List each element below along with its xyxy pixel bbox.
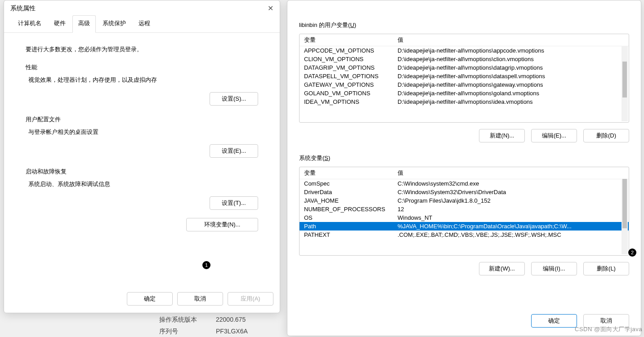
var-value-cell: D:\ideapejie\ja-netfilter-all\vmoptions\…: [397, 73, 629, 80]
table-row[interactable]: CLION_VM_OPTIONSD:\ideapejie\ja-netfilte…: [300, 55, 629, 63]
var-value-cell: %JAVA_HOME%\bin;C:\ProgramData\Oracle\Ja…: [397, 223, 629, 230]
user-delete-button[interactable]: 删除(D): [583, 129, 629, 142]
user-title-u: U: [350, 22, 354, 28]
perf-title: 性能: [26, 63, 269, 71]
dialog-title: 系统属性: [10, 4, 36, 13]
user-title-pre: libinbin 的用户变量(: [299, 22, 350, 28]
var-value-cell: Windows_NT: [397, 214, 629, 221]
sys-title-u: S: [324, 155, 328, 161]
ok-button[interactable]: 确定: [127, 292, 173, 306]
var-name-cell: DriverData: [300, 189, 397, 195]
var-value-cell: .COM;.EXE;.BAT;.CMD;.VBS;.VBE;.JS;.JSE;.…: [397, 231, 629, 238]
env-ok-button[interactable]: 确定: [531, 314, 577, 328]
var-value-cell: D:\ideapejie\ja-netfilter-all\vmoptions\…: [397, 90, 629, 97]
table-row[interactable]: JAVA_HOMEC:\Program Files\Java\jdk1.8.0_…: [300, 196, 629, 205]
system-vars-title: 系统变量(S): [299, 154, 629, 162]
perf-desc: 视觉效果，处理器计划，内存使用，以及虚拟内存: [28, 76, 269, 84]
table-row[interactable]: GOLAND_VM_OPTIONSD:\ideapejie\ja-netfilt…: [300, 89, 629, 98]
tab-strip: 计算机名 硬件 高级 系统保护 远程: [4, 15, 280, 33]
tab-hardware[interactable]: 硬件: [48, 15, 72, 32]
col-header-variable[interactable]: 变量: [300, 169, 397, 177]
startup-desc: 系统启动、系统故障和调试信息: [28, 180, 269, 188]
table-row[interactable]: DATAGRIP_VM_OPTIONSD:\ideapejie\ja-netfi…: [300, 63, 629, 72]
tab-system-protection[interactable]: 系统保护: [97, 15, 132, 32]
var-value-cell: D:\ideapejie\ja-netfilter-all\vmoptions\…: [397, 64, 629, 71]
startup-title: 启动和故障恢复: [26, 168, 269, 176]
var-name-cell: DATAGRIP_VM_OPTIONS: [300, 64, 397, 71]
var-value-cell: D:\ideapejie\ja-netfilter-all\vmoptions\…: [397, 81, 629, 88]
profiles-title: 用户配置文件: [26, 115, 269, 124]
table-row[interactable]: NUMBER_OF_PROCESSORS12: [300, 205, 629, 213]
user-new-button[interactable]: 新建(N)...: [479, 129, 525, 142]
var-name-cell: JAVA_HOME: [300, 197, 397, 204]
user-vars-title: libinbin 的用户变量(U): [299, 21, 629, 29]
var-name-cell: GOLAND_VM_OPTIONS: [300, 90, 397, 97]
admin-note: 要进行大多数更改，您必须作为管理员登录。: [26, 45, 269, 53]
var-name-cell: NUMBER_OF_PROCESSORS: [300, 206, 397, 213]
table-row[interactable]: DATASPELL_VM_OPTIONSD:\ideapejie\ja-netf…: [300, 72, 629, 80]
table-row[interactable]: DriverDataC:\Windows\System32\Drivers\Dr…: [300, 188, 629, 196]
watermark: CSDN @面向大厂学java: [575, 325, 642, 333]
var-value-cell: 12: [397, 206, 629, 213]
table-row[interactable]: APPCODE_VM_OPTIONSD:\ideapejie\ja-netfil…: [300, 46, 629, 55]
startup-settings-button[interactable]: 设置(T)...: [210, 196, 258, 210]
table-row[interactable]: Path%JAVA_HOME%\bin;C:\ProgramData\Oracl…: [300, 222, 629, 231]
serial-value: PF3LGX6A: [216, 328, 248, 335]
col-header-value[interactable]: 值: [397, 36, 629, 44]
var-name-cell: ComSpec: [300, 180, 397, 187]
profiles-settings-button[interactable]: 设置(E)...: [210, 144, 258, 158]
perf-settings-button[interactable]: 设置(S)...: [210, 92, 258, 106]
var-value-cell: D:\ideapejie\ja-netfilter-all\vmoptions\…: [397, 56, 629, 62]
user-title-post: ): [354, 22, 356, 28]
var-value-cell: D:\ideapejie\ja-netfilter-all\vmoptions\…: [397, 98, 629, 105]
var-name-cell: APPCODE_VM_OPTIONS: [300, 47, 397, 54]
col-header-variable[interactable]: 变量: [300, 36, 397, 44]
var-value-cell: C:\Program Files\Java\jdk1.8.0_152: [397, 197, 629, 204]
environment-variables-dialog: libinbin 的用户变量(U) 变量 值 APPCODE_VM_OPTION…: [287, 0, 641, 336]
col-header-value[interactable]: 值: [397, 169, 629, 177]
annotation-badge-1: 1: [202, 261, 210, 269]
sys-title-pre: 系统变量(: [299, 155, 324, 161]
sys-delete-button[interactable]: 删除(L): [583, 262, 629, 275]
system-properties-dialog: 系统属性 ✕ 计算机名 硬件 高级 系统保护 远程 要进行大多数更改，您必须作为…: [4, 0, 280, 313]
close-icon[interactable]: ✕: [268, 4, 273, 13]
tab-computer-name[interactable]: 计算机名: [12, 15, 47, 32]
var-name-cell: IDEA_VM_OPTIONS: [300, 98, 397, 105]
sys-new-button[interactable]: 新建(W)...: [479, 262, 525, 275]
sys-scrollbar[interactable]: [622, 179, 628, 254]
os-version-label: 操作系统版本: [159, 316, 197, 324]
table-row[interactable]: OSWindows_NT: [300, 213, 629, 222]
annotation-badge-2: 2: [628, 248, 636, 257]
var-name-cell: GATEWAY_VM_OPTIONS: [300, 81, 397, 88]
user-vars-listbox[interactable]: 变量 值 APPCODE_VM_OPTIONSD:\ideapejie\ja-n…: [299, 34, 629, 123]
user-scrollbar[interactable]: [622, 46, 628, 121]
var-value-cell: C:\Windows\System32\Drivers\DriverData: [397, 189, 629, 195]
var-name-cell: Path: [300, 223, 397, 230]
table-row[interactable]: IDEA_VM_OPTIONSD:\ideapejie\ja-netfilter…: [300, 98, 629, 106]
apply-button[interactable]: 应用(A): [228, 292, 273, 306]
environment-variables-button[interactable]: 环境变量(N)...: [186, 218, 258, 231]
var-value-cell: D:\ideapejie\ja-netfilter-all\vmoptions\…: [397, 47, 629, 54]
var-value-cell: C:\Windows\system32\cmd.exe: [397, 180, 629, 187]
sys-edit-button[interactable]: 编辑(I)...: [531, 262, 577, 275]
var-name-cell: CLION_VM_OPTIONS: [300, 56, 397, 62]
sys-title-post: ): [328, 155, 330, 161]
var-name-cell: OS: [300, 214, 397, 221]
table-row[interactable]: PATHEXT.COM;.EXE;.BAT;.CMD;.VBS;.VBE;.JS…: [300, 231, 629, 239]
tab-advanced[interactable]: 高级: [72, 15, 96, 33]
serial-label: 序列号: [159, 328, 178, 336]
profiles-desc: 与登录帐户相关的桌面设置: [28, 128, 269, 136]
var-name-cell: DATASPELL_VM_OPTIONS: [300, 73, 397, 80]
user-edit-button[interactable]: 编辑(E)...: [531, 129, 577, 142]
var-name-cell: PATHEXT: [300, 231, 397, 238]
tab-remote[interactable]: 远程: [133, 15, 156, 32]
system-vars-listbox[interactable]: 变量 值 ComSpecC:\Windows\system32\cmd.exeD…: [299, 167, 629, 256]
os-version-value: 22000.675: [216, 316, 246, 323]
table-row[interactable]: ComSpecC:\Windows\system32\cmd.exe: [300, 179, 629, 188]
table-row[interactable]: GATEWAY_VM_OPTIONSD:\ideapejie\ja-netfil…: [300, 80, 629, 89]
cancel-button[interactable]: 取消: [177, 292, 223, 306]
